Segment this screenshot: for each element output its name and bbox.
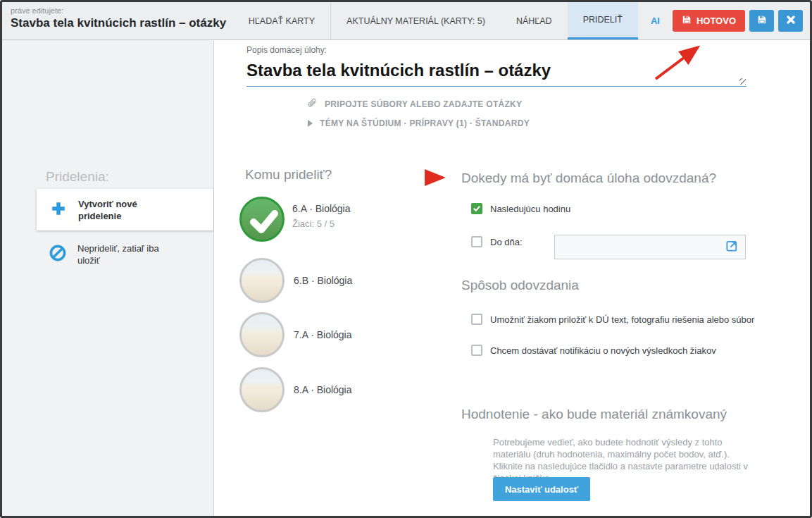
homework-title-input[interactable]: Stavba tela kvitnúcich rastlín – otázky: [246, 54, 747, 87]
class-name: 6.B · Biológia: [294, 275, 352, 286]
submission-heading: Spôsob odovzdania: [461, 278, 579, 293]
editor-window: práve editujete: Stavba tela kvitnúcich …: [0, 0, 812, 518]
class-avatar-selected-check-icon: [239, 197, 285, 242]
option-allow-attach: Umožniť žiakom priložiť k DÚ text, fotog…: [471, 314, 754, 325]
attach-files-label: PRIPOJTE SÚBORY ALEBO ZADAJTE OTÁZKY: [325, 99, 522, 109]
next-lesson-checkbox[interactable]: [471, 203, 482, 214]
notify-label[interactable]: Chcem dostávať notifikáciu o nových výsl…: [490, 345, 716, 356]
assignments-sidebar: Pridelenia: Vytvoriť nové pridelenie Nep…: [2, 40, 214, 516]
editing-label: práve editujete:: [11, 6, 233, 15]
homework-title-value: Stavba tela kvitnúcich rastlín – otázky: [246, 61, 551, 80]
close-icon: [787, 16, 795, 26]
sidebar-item-label: Neprideliť, zatiaľ iba uložiť: [77, 242, 169, 266]
ai-button[interactable]: AI: [638, 2, 673, 39]
set-event-button[interactable]: Nastaviť udalosť: [493, 477, 590, 501]
document-title: Stavba tela kvitnúcich rastlín – otázky: [11, 16, 233, 30]
allow-attach-label[interactable]: Umožniť žiakom priložiť k DÚ text, fotog…: [490, 314, 754, 325]
tab-search-cards[interactable]: HĽADAŤ KARTY: [233, 2, 330, 39]
save-button[interactable]: [749, 10, 774, 32]
class-row-8a[interactable]: 8.A · Biológia: [239, 367, 352, 412]
by-date-label[interactable]: Do dňa:: [490, 237, 523, 247]
tab-preview[interactable]: NÁHĽAD: [501, 2, 568, 39]
class-name: 8.A · Biológia: [294, 384, 352, 395]
plus-icon: [51, 201, 66, 219]
attach-files-link[interactable]: PRIPOJTE SÚBORY ALEBO ZADAJTE OTÁZKY: [306, 97, 522, 111]
class-row-6b[interactable]: 6.B · Biológia: [239, 258, 352, 303]
class-name: 7.A · Biológia: [294, 329, 352, 340]
option-next-lesson: Nasledujúcu hodinu: [471, 203, 570, 214]
class-students-count: Žiaci: 5 / 5: [292, 218, 351, 229]
sidebar-heading: Pridelenia:: [46, 169, 109, 185]
class-row-6a[interactable]: 6.A · Biológia Žiaci: 5 / 5: [239, 197, 351, 242]
study-topics-toggle[interactable]: TÉMY NA ŠTÚDIUM · PRÍPRAVY (1) · ŠTANDAR…: [308, 118, 530, 128]
close-button[interactable]: [778, 10, 803, 32]
option-notify: Chcem dostávať notifikáciu o nových výsl…: [471, 345, 716, 356]
option-by-date: Do dňa:: [471, 236, 523, 247]
sidebar-item-dont-assign[interactable]: Neprideliť, zatiaľ iba uložiť: [49, 242, 169, 266]
allow-attach-checkbox[interactable]: [471, 314, 482, 325]
class-name: 6.A · Biológia: [292, 203, 351, 214]
due-date-input[interactable]: [554, 235, 746, 259]
done-button-label: HOTOVO: [697, 16, 736, 26]
description-label: Popis domácej úlohy:: [246, 45, 327, 55]
external-link-icon[interactable]: [725, 239, 739, 255]
class-avatar: [239, 312, 285, 357]
topbar: práve editujete: Stavba tela kvitnúcich …: [2, 2, 810, 40]
class-row-7a[interactable]: 7.A · Biológia: [239, 312, 352, 357]
grading-heading: Hodnotenie - ako bude materiál známkovan…: [461, 407, 727, 422]
class-avatar: [239, 367, 285, 412]
tab-assign[interactable]: PRIDELIŤ: [568, 2, 638, 39]
next-lesson-label[interactable]: Nasledujúcu hodinu: [490, 204, 570, 214]
main-panel: Popis domácej úlohy: Stavba tela kvitnúc…: [214, 40, 810, 516]
study-topics-label: TÉMY NA ŠTÚDIUM · PRÍPRAVY (1) · ŠTANDAR…: [320, 118, 530, 128]
topbar-title-block: práve editujete: Stavba tela kvitnúcich …: [2, 2, 233, 39]
tab-current-material[interactable]: AKTUÁLNY MATERIÁL (KARTY: 5): [331, 2, 501, 39]
prohibition-icon: [49, 245, 66, 264]
notify-checkbox[interactable]: [471, 345, 482, 356]
resize-handle[interactable]: [739, 78, 746, 85]
floppy-icon: [682, 15, 692, 27]
class-avatar: [239, 258, 285, 303]
sidebar-item-label: Vytvoriť nové pridelenie: [78, 198, 163, 222]
chevron-right-icon: [308, 120, 313, 127]
floppy-icon: [757, 15, 767, 27]
assign-to-heading: Komu prideliť?: [245, 167, 332, 183]
done-button[interactable]: HOTOVO: [673, 10, 745, 32]
by-date-checkbox[interactable]: [471, 236, 482, 247]
paperclip-icon: [306, 97, 318, 111]
topbar-buttons: HOTOVO: [673, 2, 810, 39]
deadline-heading: Dokedy má byť domáca úloha odovzdaná?: [461, 171, 716, 186]
sidebar-item-create-new-assignment[interactable]: Vytvoriť nové pridelenie: [37, 189, 213, 230]
